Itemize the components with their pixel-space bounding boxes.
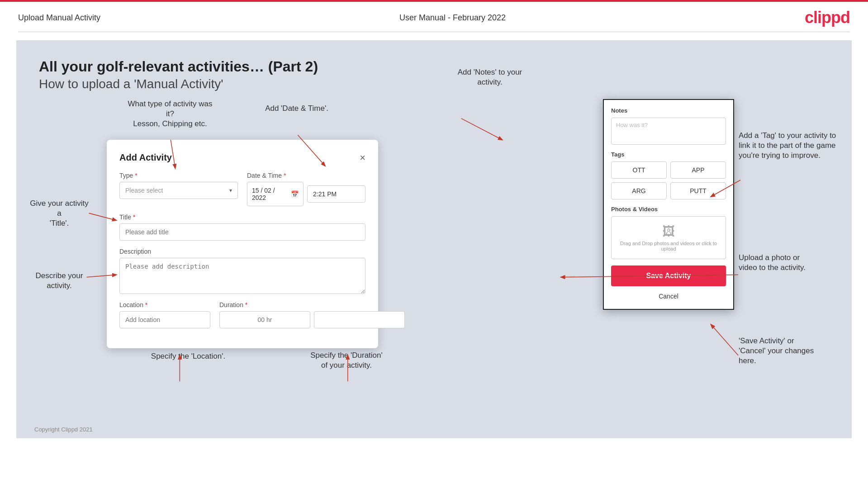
datetime-label: Date & Time *	[247, 172, 365, 179]
add-activity-dialog: Add Activity × Type * Please select ▾ Da…	[107, 140, 378, 348]
annotation-give-title: Give your activity a'Title'.	[30, 199, 89, 228]
type-group: Type * Please select ▾	[119, 172, 238, 206]
close-button[interactable]: ×	[360, 153, 365, 163]
annotation-datetime: Add 'Date & Time'.	[251, 104, 342, 114]
dialog-header: Add Activity ×	[119, 152, 365, 163]
date-time-inputs: 15 / 02 / 2022 📅 2:21 PM	[247, 182, 365, 206]
location-required: *	[145, 301, 147, 308]
copyright: Copyright Clippd 2021	[34, 426, 93, 433]
title-input[interactable]	[119, 223, 365, 241]
tag-putt[interactable]: PUTT	[670, 182, 726, 199]
notes-placeholder: How was it?	[616, 122, 648, 128]
photo-icon: 🖼	[619, 224, 718, 239]
duration-inputs	[219, 311, 405, 328]
svg-line-6	[461, 118, 502, 140]
duration-group: Duration *	[219, 301, 405, 328]
photos-label: Photos & Videos	[611, 206, 726, 213]
document-title: User Manual - February 2022	[399, 13, 506, 23]
time-input[interactable]: 2:21 PM	[307, 185, 365, 203]
location-label: Location *	[119, 301, 210, 308]
annotation-type: What type of activity was it?Lesson, Chi…	[125, 99, 215, 129]
type-select-value: Please select	[125, 187, 163, 194]
top-divider	[18, 32, 850, 32]
duration-required: *	[245, 301, 247, 308]
page-title-header: Upload Manual Activity	[18, 13, 100, 23]
annotation-describe: Describe youractivity.	[30, 271, 89, 291]
annotation-upload: Upload a photo orvideo to the activity.	[739, 253, 838, 273]
title-group: Title *	[119, 213, 365, 241]
top-bar: Upload Manual Activity User Manual - Feb…	[0, 0, 868, 32]
type-label: Type *	[119, 172, 238, 179]
notes-label: Notes	[611, 107, 726, 114]
main-content: All your golf-relevant activities… (Part…	[16, 40, 852, 438]
cancel-link[interactable]: Cancel	[611, 291, 726, 302]
date-value: 15 / 02 / 2022	[252, 187, 287, 201]
logo: clippd	[805, 8, 850, 27]
duration-min-input[interactable]	[314, 311, 405, 328]
calendar-icon: 📅	[291, 190, 299, 198]
tags-label: Tags	[611, 151, 726, 158]
annotation-tag: Add a 'Tag' to your activity to link it …	[739, 131, 838, 161]
annotation-duration: Specify the 'Duration'of your activity.	[297, 351, 396, 370]
tag-arg[interactable]: ARG	[611, 182, 667, 199]
tags-grid: OTT APP ARG PUTT	[611, 161, 726, 199]
location-group: Location *	[119, 301, 210, 328]
tag-ott[interactable]: OTT	[611, 161, 667, 179]
photos-placeholder: Drag and Drop photos and videos or click…	[619, 241, 718, 251]
duration-label: Duration *	[219, 301, 405, 308]
date-input[interactable]: 15 / 02 / 2022 📅	[247, 182, 304, 206]
type-select[interactable]: Please select ▾	[119, 182, 238, 199]
time-value: 2:21 PM	[313, 190, 337, 198]
annotation-notes: Add 'Notes' to youractivity.	[445, 67, 535, 87]
type-required: *	[135, 172, 137, 179]
type-datetime-row: Type * Please select ▾ Date & Time * 15 …	[119, 172, 365, 206]
photos-upload-area[interactable]: 🖼 Drag and Drop photos and videos or cli…	[611, 216, 726, 259]
phone-inner: Notes How was it? Tags OTT APP ARG PUTT …	[604, 100, 733, 309]
save-activity-button[interactable]: Save Activity	[611, 265, 726, 286]
description-textarea[interactable]	[119, 258, 365, 294]
page-title: All your golf-relevant activities… (Part…	[39, 58, 829, 75]
title-required: *	[133, 213, 135, 221]
datetime-required: *	[284, 172, 286, 179]
datetime-group: Date & Time * 15 / 02 / 2022 📅 2:21 PM	[247, 172, 365, 206]
notes-textarea[interactable]: How was it?	[611, 118, 726, 145]
annotation-save: 'Save Activity' or'Cancel' your changesh…	[739, 336, 838, 366]
title-label: Title *	[119, 213, 365, 221]
tag-app[interactable]: APP	[670, 161, 726, 179]
page-subtitle: How to upload a 'Manual Activity'	[39, 77, 829, 91]
annotation-location: Specify the 'Location'.	[143, 351, 233, 361]
location-input[interactable]	[119, 311, 210, 328]
location-duration-row: Location * Duration *	[119, 301, 365, 328]
chevron-down-icon: ▾	[229, 187, 232, 194]
svg-line-9	[711, 325, 738, 355]
description-label: Description	[119, 248, 365, 255]
duration-hr-input[interactable]	[219, 311, 310, 328]
description-group: Description	[119, 248, 365, 294]
dialog-title: Add Activity	[119, 152, 172, 163]
phone-panel: Notes How was it? Tags OTT APP ARG PUTT …	[603, 99, 734, 310]
